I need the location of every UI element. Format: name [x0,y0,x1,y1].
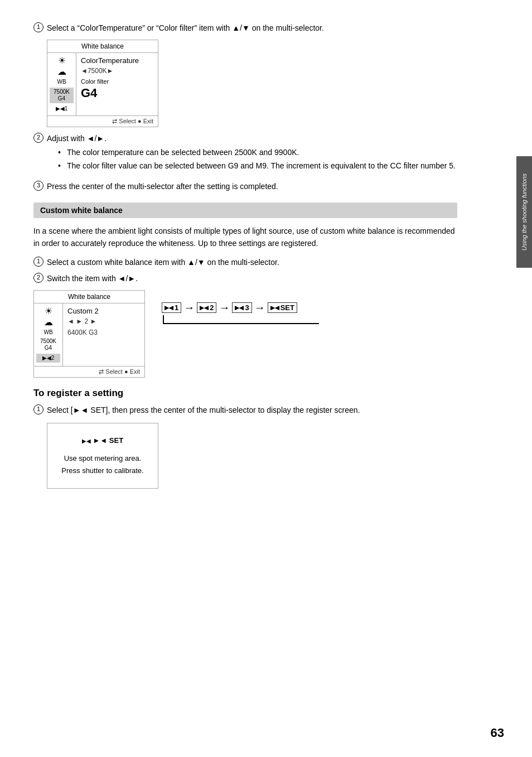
wb-menu-2-header: White balance [34,291,144,303]
register-heading: To register a setting [33,388,457,399]
step-3-num: 3 [33,181,43,191]
step-3-text: Press the center of the multi-selector a… [47,181,457,192]
wb-menu-1-header: White balance [47,40,158,53]
icon-cloud-2: ☁ [44,318,53,327]
diagram-container: White balance ☀ ☁ WB 7500KG4 ▶◀2 Custom … [33,290,457,378]
flow-diagram: ▶◀1 → ▶◀2 → ▶◀3 → ▶◀SET [162,301,319,324]
page-number: 63 [491,726,504,740]
flow-row: ▶◀1 → ▶◀2 → ▶◀3 → ▶◀SET [162,301,319,314]
flow-icon-2: ▶◀2 [197,302,216,313]
register-step-1: 1 Select [►◄ SET], then press the center… [33,404,457,416]
icon-7500k-2: 7500KG4 [40,338,56,351]
register-step-1-text: Select [►◄ SET], then press the center o… [47,404,457,416]
wb-menu-1: White balance ☀ ☁ WB 7500KG4 ▶◀1 ColorTe… [47,40,158,127]
wb-menu-1-body: ☀ ☁ WB 7500KG4 ▶◀1 ColorTemperature ◄750… [47,53,158,115]
wb-menu-2-content: Custom 2 ◄ ► 2 ► 6400K G3 [63,303,144,366]
set-screen-title: ▶◀ ►◄ SET [56,435,149,447]
step-3: 3 Press the center of the multi-selector… [33,181,457,192]
bullet-2: The color filter value can be selected b… [58,160,457,172]
flow-icon-3: ▶◀3 [232,302,252,313]
icon-custom2: ▶◀2 [36,354,60,363]
cwb-step-2-text: Switch the item with ◄/►. [47,273,457,285]
wb-menu-1-footer: ⇄ Select ● Exit [47,115,158,127]
flow-arrow-1: → [183,301,195,314]
icon-sun: ☀ [58,56,66,65]
flow-icon-1: ▶◀1 [162,302,181,313]
set-screen: ▶◀ ►◄ SET Use spot metering area. Press … [47,423,158,489]
step-2-bullets: The color temperature can be selected be… [58,147,457,172]
step-2: 2 Adjust with ◄/►. The color temperature… [33,133,457,175]
register-step-1-num: 1 [33,404,43,414]
wb2-item-sub: ◄ ► 2 ► [67,317,140,325]
wb2-item-name: Custom 2 [67,307,140,315]
flow-icon-set: ▶◀SET [268,302,297,313]
wb2-item-value: 6400K G3 [67,329,140,336]
step-1-num: 1 [33,22,43,32]
icon-cloud: ☁ [57,67,66,76]
sidebar-tab-text: Using the shooting functions [521,173,528,250]
icon-7500k: 7500KG4 [50,88,74,103]
step-2-text: Adjust with ◄/►. The color temperature c… [47,133,457,175]
wb-item-name: ColorTemperature [81,56,153,65]
flow-arrow-2: → [219,301,230,314]
wb-menu-2-footer: ⇄ Select ● Exit [34,366,144,377]
wb-menu-2: White balance ☀ ☁ WB 7500KG4 ▶◀2 Custom … [33,290,145,378]
wb-item-value: G4 [81,86,153,100]
step-1: 1 Select a “ColorTemperature” or “Color … [33,22,457,34]
wb-menu-1-content: ColorTemperature ◄7500K► Color filter G4 [76,53,158,115]
cwb-step-1-num: 1 [33,257,43,267]
custom-wb-section-header: Custom white balance [33,202,457,218]
icon-wb-2: WB [43,329,52,336]
custom-wb-intro: In a scene where the ambient light consi… [33,225,457,250]
cwb-step-1: 1 Select a custom white balance item wit… [33,257,457,268]
step-2-num: 2 [33,133,43,143]
icon-custom1: ▶◀1 [56,105,68,112]
flow-arrow-3: → [254,301,265,314]
icon-wb: WB [57,79,66,85]
icon-sun-2: ☀ [45,307,52,316]
wb-item-label: Color filter [81,78,153,85]
wb-menu-1-icons: ☀ ☁ WB 7500KG4 ▶◀1 [47,53,76,115]
wb-item-sub: ◄7500K► [81,67,153,75]
set-screen-line1: Use spot metering area. [56,452,149,465]
flow-return-line [163,315,319,324]
wb-menu-2-body: ☀ ☁ WB 7500KG4 ▶◀2 Custom 2 ◄ ► 2 ► 6400… [34,303,144,366]
bullet-1: The color temperature can be selected be… [58,147,457,158]
sidebar-tab: Using the shooting functions [516,156,532,268]
cwb-step-1-text: Select a custom white balance item with … [47,257,457,268]
step-1-text: Select a “ColorTemperature” or “Color fi… [47,22,457,34]
wb-menu-2-icons: ☀ ☁ WB 7500KG4 ▶◀2 [34,303,63,366]
cwb-step-2: 2 Switch the item with ◄/►. [33,273,457,285]
set-screen-line2: Press shutter to calibrate. [56,465,149,477]
cwb-step-2-num: 2 [33,273,43,283]
